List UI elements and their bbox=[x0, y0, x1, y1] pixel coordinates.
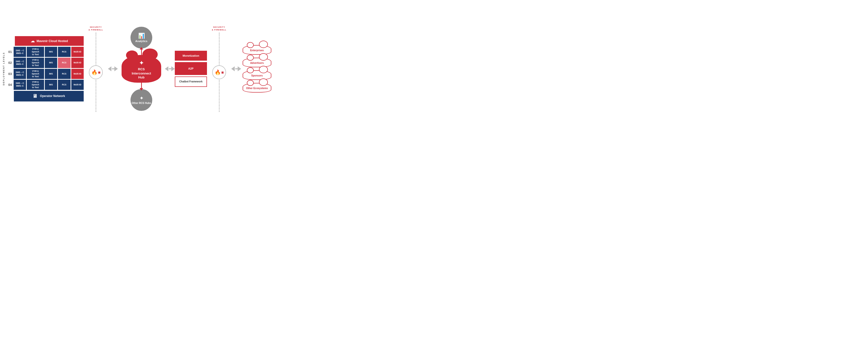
grid-rows: 01 SMS – CMMS–C VVM &Speechto Text IMS R… bbox=[7, 47, 84, 90]
left-section: ☁ Mavenir Cloud Hosted 01 SMS – CMMS–C V… bbox=[7, 36, 84, 101]
cell-sms-01: SMS – CMMS–C bbox=[13, 47, 26, 57]
cell-multiid-03: Multi-ID bbox=[71, 69, 84, 79]
cell-rcs-04: RCS bbox=[58, 80, 70, 90]
security-label-1: SECURITY& FIREWALL bbox=[89, 26, 103, 31]
enterprises-label: Enterprises bbox=[250, 49, 264, 52]
cloud-bump-left bbox=[126, 51, 138, 60]
sponsors-cloud: Sponsors bbox=[243, 70, 271, 80]
row-01-cells: SMS – CMMS–C VVM &Speechto Text IMS RCS … bbox=[13, 47, 84, 57]
sponsors-bump-right bbox=[259, 66, 268, 73]
a2p-label: A2P bbox=[188, 67, 193, 70]
rcs-interconnect-hub: ✦ RCSInterconnectHub bbox=[122, 55, 161, 83]
center-section: 📊 Analytics ✦ RCSInterconnectHub ✦ Other… bbox=[118, 27, 165, 111]
a2p-box: A2P bbox=[175, 62, 207, 75]
security-firewall-1: SECURITY& FIREWALL 🔥 ▦ bbox=[85, 26, 107, 112]
cell-multiid-02: Multi-ID bbox=[71, 58, 84, 68]
row-02-cells: SMS – CMMS–C VVM &Speechto Text IMS RCS … bbox=[13, 58, 84, 68]
row-label-03: 03 bbox=[7, 69, 13, 79]
analytics-icon: 📊 bbox=[138, 33, 145, 39]
fw-grid-1: ▦ bbox=[98, 71, 100, 74]
arrow-left-1 bbox=[108, 66, 112, 71]
other-rcs-label: Other RCS Hubs bbox=[132, 101, 151, 105]
monetization-box: Monetization bbox=[175, 51, 207, 61]
analytics-label: Analytics bbox=[135, 40, 148, 42]
advertisers-bump-right bbox=[259, 53, 268, 61]
deployment-levels-label: DEPLOYMENT LEVELS bbox=[2, 52, 5, 85]
table-row: 01 SMS – CMMS–C VVM &Speechto Text IMS R… bbox=[7, 47, 84, 57]
enterprises-bump-left bbox=[247, 42, 254, 48]
monitor-icon: 🖥 bbox=[32, 93, 37, 99]
row-label-04: 04 bbox=[7, 80, 13, 90]
arrow-down bbox=[141, 83, 142, 89]
analytics-circle: 📊 Analytics bbox=[130, 27, 152, 49]
monetization-label: Monetization bbox=[183, 54, 199, 57]
advertisers-bump-left bbox=[247, 55, 254, 61]
arrow-down-head bbox=[140, 88, 143, 91]
sponsors-label: Sponsors bbox=[251, 74, 263, 77]
ecosystems-section: Enterprises Advertisers Sponsors Other E… bbox=[243, 45, 271, 93]
arrow-right-2 bbox=[171, 66, 175, 71]
cell-sms-03: SMS – CMMS–C bbox=[13, 69, 26, 79]
cell-multiid-04: Multi-ID bbox=[71, 80, 84, 90]
other-rcs-icon: ✦ bbox=[140, 96, 143, 101]
row-04-cells: SMS – CMMS–C VVM &Speechto Text IMS RCS … bbox=[13, 80, 84, 90]
cell-sms-04: SMS – CMMS–C bbox=[13, 80, 26, 90]
cell-ims-03: IMS bbox=[45, 69, 57, 79]
firewall-circle-1: 🔥 ▦ bbox=[89, 65, 103, 79]
cell-vvm-04: VVM &Speechto Text bbox=[27, 80, 44, 90]
main-diagram: DEPLOYMENT LEVELS ☁ Mavenir Cloud Hosted… bbox=[0, 0, 347, 137]
row-label-01: 01 bbox=[7, 47, 13, 57]
other-eco-bump-left bbox=[247, 80, 254, 86]
cell-ims-01: IMS bbox=[45, 47, 57, 57]
fw-grid-2: ▦ bbox=[221, 71, 223, 74]
cell-sms-02: SMS – CMMS–C bbox=[13, 58, 26, 68]
fire-icon-1: 🔥 bbox=[91, 69, 97, 75]
right-services-section: Monetization A2P Chatbot Framework bbox=[175, 51, 207, 87]
cloud-header-label: Mavenir Cloud Hosted bbox=[37, 39, 68, 43]
table-row: 02 SMS – CMMS–C VVM &Speechto Text IMS R… bbox=[7, 58, 84, 68]
dotted-line-1: 🔥 ▦ bbox=[96, 33, 96, 112]
hub-node-icon: ✦ bbox=[139, 60, 144, 66]
cell-rcs-03: RCS bbox=[58, 69, 70, 79]
arrow-right-1 bbox=[114, 66, 118, 71]
arrow-line-2 bbox=[169, 68, 171, 69]
firewall-circle-2: 🔥 ▦ bbox=[212, 65, 226, 79]
row-03-cells: SMS – CMMS–C VVM &Speechto Text IMS RCS … bbox=[13, 69, 84, 79]
arrow-left-3 bbox=[231, 66, 235, 71]
dotted-line-2: 🔥 ▦ bbox=[219, 33, 219, 112]
cloud-bump-right bbox=[142, 49, 158, 60]
chatbot-label: Chatbot Framework bbox=[179, 80, 203, 84]
operator-network: 🖥 Operator Network bbox=[14, 91, 84, 101]
row-label-02: 02 bbox=[7, 58, 13, 68]
cell-multiid-01: Multi-ID bbox=[71, 47, 84, 57]
arrow-line-1 bbox=[112, 68, 114, 69]
enterprises-bump-right bbox=[259, 40, 268, 48]
sponsors-bump-left bbox=[247, 67, 254, 73]
cell-ims-04: IMS bbox=[45, 80, 57, 90]
arrow-connector-3 bbox=[231, 66, 241, 71]
cloud-header: ☁ Mavenir Cloud Hosted bbox=[15, 36, 84, 46]
security-label-2: SECURITY& FIREWALL bbox=[212, 26, 226, 31]
cell-rcs-02: RCS bbox=[58, 58, 70, 68]
other-eco-bump-right bbox=[259, 79, 268, 86]
enterprises-cloud: Enterprises bbox=[243, 45, 271, 55]
security-firewall-2: SECURITY& FIREWALL 🔥 ▦ bbox=[208, 26, 230, 112]
advertisers-cloud: Advertisers bbox=[243, 58, 271, 67]
operator-network-label: Operator Network bbox=[40, 94, 65, 98]
arrow-line-3 bbox=[235, 68, 238, 69]
advertisers-label: Advertisers bbox=[250, 62, 264, 64]
cell-vvm-02: VVM &Speechto Text bbox=[27, 58, 44, 68]
cell-vvm-03: VVM &Speechto Text bbox=[27, 69, 44, 79]
cell-ims-02: IMS bbox=[45, 58, 57, 68]
cell-rcs-01: RCS bbox=[58, 47, 70, 57]
rcs-hub-label: RCSInterconnectHub bbox=[132, 67, 151, 80]
table-row: 04 SMS – CMMS–C VVM &Speechto Text IMS R… bbox=[7, 80, 84, 90]
cell-vvm-01: VVM &Speechto Text bbox=[27, 47, 44, 57]
other-rcs-hubs-circle: ✦ Other RCS Hubs bbox=[130, 89, 152, 111]
arrow-up-head bbox=[140, 47, 143, 50]
arrow-connector-2 bbox=[165, 66, 175, 71]
chatbot-box: Chatbot Framework bbox=[175, 76, 207, 87]
fire-icon-2: 🔥 bbox=[215, 69, 221, 75]
other-ecosystems-label: Other Ecosystems bbox=[246, 87, 268, 90]
arrow-up bbox=[141, 49, 142, 55]
